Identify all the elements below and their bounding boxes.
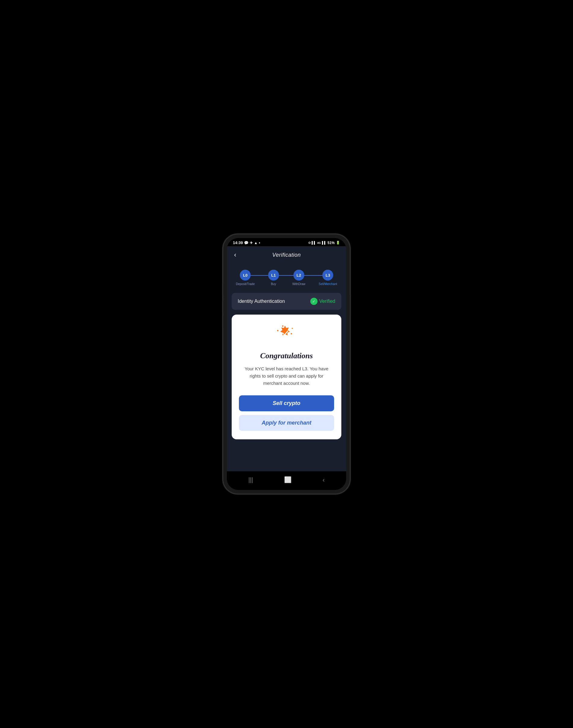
step-l3-label: Sell/Merchant (319, 282, 337, 285)
step-l0-label: Deposit/Trade (236, 282, 255, 285)
back-nav-button[interactable]: ‹ (318, 475, 329, 485)
identity-label: Identity Authentication (238, 299, 285, 304)
step-l1-circle: L1 (268, 270, 279, 280)
battery-percent: 51% (327, 241, 335, 245)
network-4g-icon: 4G (317, 241, 321, 244)
whatsapp-icon: 💬 (244, 241, 249, 245)
page-title: Verification (272, 252, 301, 258)
airdrop-icon: ⊙ (308, 241, 311, 244)
step-l2: L2 WithDraw (292, 270, 305, 285)
status-bar: 14:39 💬 ✈ ▲ • ⊙ ▌▌ 4G ▌▌ 51% 🔋 (227, 238, 346, 246)
step-l3: L3 Sell/Merchant (319, 270, 337, 285)
phone-device: 14:39 💬 ✈ ▲ • ⊙ ▌▌ 4G ▌▌ 51% 🔋 ‹ Verific… (223, 235, 350, 493)
step-l2-circle: L2 (294, 270, 304, 280)
congratulations-icon (276, 324, 297, 345)
verified-text: Verified (319, 299, 335, 304)
phone-screen: 14:39 💬 ✈ ▲ • ⊙ ▌▌ 4G ▌▌ 51% 🔋 ‹ Verific… (227, 238, 346, 490)
svg-point-1 (291, 333, 292, 334)
progress-section: L0 Deposit/Trade L1 Buy L2 (227, 264, 346, 293)
step-l2-label: WithDraw (292, 282, 305, 285)
verified-checkmark-icon: ✓ (310, 298, 317, 305)
dot-indicator: • (259, 241, 260, 245)
status-time: 14:39 💬 ✈ ▲ • (233, 241, 260, 245)
badge-svg (276, 324, 294, 342)
telegram-icon: ✈ (250, 241, 253, 245)
location-icon: ▲ (254, 241, 258, 245)
step-l1: L1 Buy (268, 270, 279, 285)
status-indicators: ⊙ ▌▌ 4G ▌▌ 51% 🔋 (308, 241, 340, 245)
svg-point-0 (277, 330, 279, 331)
signal-icon: ▌▌ (312, 241, 316, 244)
apply-merchant-button[interactable]: Apply for merchant (239, 415, 334, 431)
step-l0-circle: L0 (240, 270, 251, 280)
page-header: ‹ Verification (227, 246, 346, 264)
step-l0: L0 Deposit/Trade (236, 270, 255, 285)
sell-crypto-button[interactable]: Sell crypto (239, 395, 334, 411)
progress-track: L0 Deposit/Trade L1 Buy L2 (236, 270, 337, 285)
step-l3-circle: L3 (322, 270, 333, 280)
home-button[interactable]: ⬜ (279, 474, 297, 485)
back-button[interactable]: ‹ (233, 250, 238, 259)
battery-icon: 🔋 (336, 241, 340, 245)
identity-banner: Identity Authentication ✓ Verified (232, 293, 341, 310)
verified-badge: ✓ Verified (310, 298, 335, 305)
signal2-icon: ▌▌ (322, 241, 326, 244)
time-display: 14:39 (233, 241, 243, 245)
bottom-navigation: ||| ⬜ ‹ (227, 471, 346, 490)
congratulations-title: Congratulations (260, 351, 313, 360)
congratulations-description: Your KYC level has reached L3. You have … (244, 365, 329, 387)
svg-point-3 (292, 328, 293, 329)
recent-apps-button[interactable]: ||| (244, 475, 258, 485)
app-content: ‹ Verification L0 Deposit/Trade L1 (227, 246, 346, 471)
step-l1-label: Buy (271, 282, 276, 285)
progress-line (241, 275, 332, 276)
svg-point-2 (282, 325, 283, 327)
main-card: Congratulations Your KYC level has reach… (232, 315, 341, 439)
